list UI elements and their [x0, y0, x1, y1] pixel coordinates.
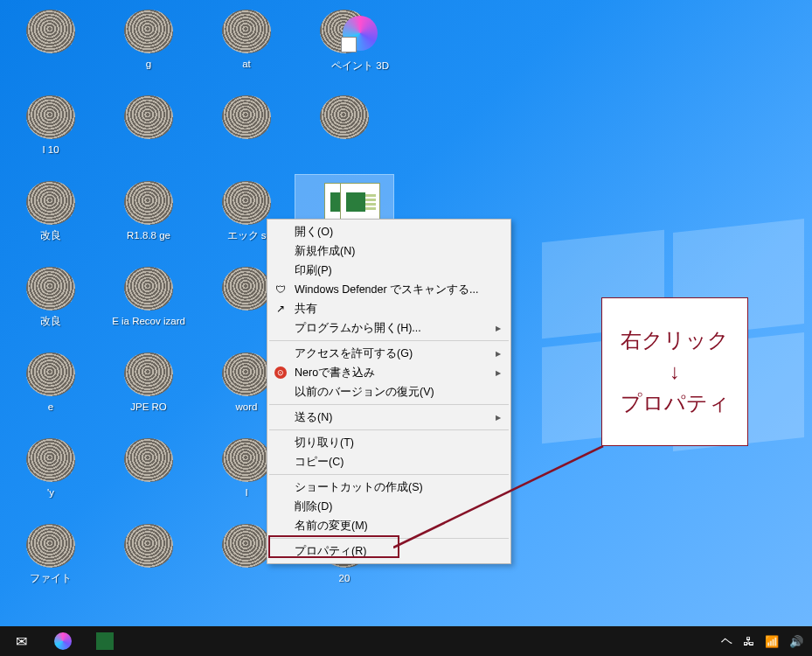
fingerprint-thumb-icon: [124, 95, 173, 139]
context-menu-item[interactable]: コピー(C): [268, 452, 510, 471]
annotation-line1: 右クリック: [621, 326, 729, 354]
desktop-icon-label: 20: [339, 572, 350, 584]
context-menu-item[interactable]: ショートカットの作成(S): [268, 478, 510, 497]
menu-item-label: 開く(O): [295, 225, 333, 240]
shield-icon: 🛡: [274, 283, 288, 297]
nero-icon: ⊙: [274, 366, 288, 380]
tray-wifi-icon[interactable]: 📶: [765, 635, 779, 648]
fingerprint-thumb-icon: [26, 438, 75, 482]
annotation-arrow: ↓: [670, 359, 680, 384]
fingerprint-thumb-icon: [124, 267, 173, 311]
desktop-icon-label: 改良: [40, 229, 61, 241]
desktop-icon-label: e: [48, 401, 53, 413]
desktop-icon[interactable]: [295, 89, 393, 175]
tray-network-icon[interactable]: 🖧: [743, 635, 754, 648]
context-menu-item[interactable]: 新規作成(N): [268, 241, 510, 261]
menu-item-label: アクセスを許可する(G): [295, 346, 413, 361]
menu-item-label: 新規作成(N): [295, 244, 355, 259]
desktop-icon[interactable]: 改良: [2, 261, 100, 346]
menu-item-label: 共有: [295, 302, 317, 317]
context-menu-item[interactable]: プロパティ(R): [268, 541, 510, 561]
menu-separator: [269, 538, 509, 539]
fingerprint-thumb-icon: [222, 438, 271, 482]
desktop-icon-label: R1.8.8 ge: [127, 229, 170, 241]
fingerprint-thumb-icon: [26, 267, 75, 311]
fingerprint-thumb-icon: [320, 95, 369, 139]
fingerprint-thumb-icon: [222, 524, 271, 568]
fingerprint-thumb-icon: [222, 95, 271, 139]
fingerprint-thumb-icon: [124, 10, 173, 53]
fingerprint-thumb-icon: [222, 10, 271, 53]
menu-item-label: Neroで書き込み: [295, 366, 375, 380]
context-menu-item[interactable]: プログラムから開く(H)...: [268, 318, 510, 338]
desktop-icon[interactable]: E ia Recov izard: [100, 261, 198, 346]
desktop-icon[interactable]: ファイト: [2, 518, 100, 604]
fingerprint-thumb-icon: [222, 267, 271, 311]
context-menu-item[interactable]: 削除(D): [268, 497, 510, 516]
fingerprint-thumb-icon: [26, 181, 75, 225]
desktop-icon-label: I 10: [42, 143, 59, 156]
excel-file-icon: [340, 183, 380, 223]
desktop-icon[interactable]: e: [2, 346, 100, 432]
context-menu-item[interactable]: 開く(O): [268, 222, 510, 241]
desktop-icon-label: word: [236, 401, 258, 413]
desktop-icon[interactable]: JPE RO: [100, 346, 198, 432]
menu-separator: [269, 429, 509, 430]
desktop-icon[interactable]: I 10: [2, 89, 100, 175]
menu-separator: [269, 340, 509, 341]
menu-item-label: プログラムから開く(H)...: [295, 321, 421, 336]
menu-item-label: 名前の変更(M): [295, 519, 368, 534]
desktop-icon[interactable]: [198, 89, 295, 175]
context-menu: 開く(O)新規作成(N)印刷(P)🛡Windows Defender でスキャン…: [267, 219, 511, 564]
desktop-icon[interactable]: R1.8.8 ge: [100, 175, 198, 261]
desktop-icon-paint3d[interactable]: ペイント 3D: [316, 5, 404, 72]
menu-separator: [269, 474, 509, 475]
paint3d-icon: [343, 16, 378, 51]
desktop-icon[interactable]: [100, 89, 198, 175]
context-menu-item[interactable]: 以前のバージョンの復元(V): [268, 382, 510, 401]
fingerprint-thumb-icon: [124, 181, 173, 225]
desktop-icon-label: 'y: [47, 486, 54, 499]
fingerprint-thumb-icon: [26, 524, 75, 568]
taskbar-mail-button[interactable]: ✉: [0, 626, 42, 656]
annotation-callout: 右クリック ↓ プロパティ: [601, 297, 748, 446]
menu-item-label: 送る(N): [295, 410, 332, 425]
menu-item-label: 切り取り(T): [295, 436, 354, 450]
menu-item-label: プロパティ(R): [295, 544, 366, 559]
context-menu-item[interactable]: 名前の変更(M): [268, 516, 510, 535]
tray-chevron-up-icon[interactable]: ヘ: [721, 633, 732, 649]
context-menu-item[interactable]: ⊙Neroで書き込み: [268, 363, 510, 382]
menu-item-label: 削除(D): [295, 499, 332, 514]
fingerprint-thumb-icon: [222, 352, 271, 396]
desktop-icon[interactable]: g: [100, 3, 198, 89]
menu-separator: [269, 404, 509, 405]
fingerprint-thumb-icon: [222, 181, 271, 225]
menu-item-label: コピー(C): [295, 455, 344, 470]
fingerprint-thumb-icon: [124, 524, 173, 568]
desktop-icon-label: g: [146, 58, 151, 70]
desktop-icon[interactable]: at: [198, 3, 295, 89]
desktop-icon[interactable]: 改良: [2, 175, 100, 261]
desktop-icon-label: ペイント 3D: [331, 59, 389, 72]
context-menu-item[interactable]: 印刷(P): [268, 261, 510, 280]
taskbar-tray[interactable]: ヘ 🖧 📶 🔊: [721, 633, 812, 649]
context-menu-item[interactable]: ↗共有: [268, 299, 510, 318]
desktop-icon[interactable]: 'y: [2, 432, 100, 518]
desktop-icon[interactable]: [100, 432, 198, 518]
taskbar-excel-button[interactable]: [84, 626, 126, 656]
taskbar-app-button[interactable]: [42, 626, 84, 656]
menu-item-label: Windows Defender でスキャンする...: [295, 283, 479, 297]
desktop-icon[interactable]: [100, 518, 198, 604]
context-menu-item[interactable]: 送る(N): [268, 408, 510, 427]
menu-item-label: ショートカットの作成(S): [295, 480, 423, 495]
context-menu-item[interactable]: 🛡Windows Defender でスキャンする...: [268, 280, 510, 299]
annotation-line3: プロパティ: [621, 389, 730, 417]
tray-volume-icon[interactable]: 🔊: [789, 635, 803, 648]
fingerprint-thumb-icon: [124, 352, 173, 396]
fingerprint-thumb-icon: [26, 10, 75, 53]
context-menu-item[interactable]: アクセスを許可する(G): [268, 344, 510, 363]
desktop-icon[interactable]: [2, 3, 100, 89]
context-menu-item[interactable]: 切り取り(T): [268, 433, 510, 452]
share-icon: ↗: [274, 302, 288, 316]
menu-item-label: 印刷(P): [295, 263, 332, 278]
